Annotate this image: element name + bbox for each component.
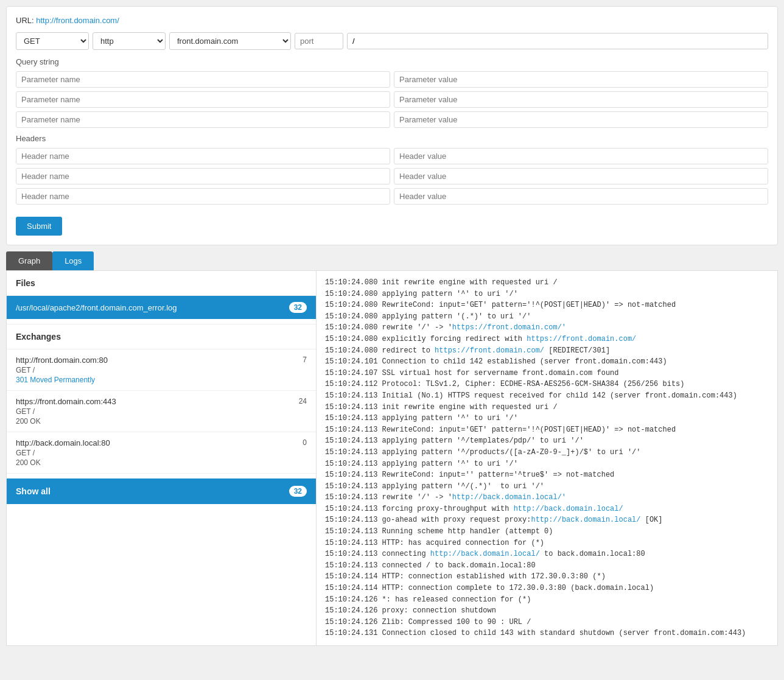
- log-line: 15:10:24.113 go-ahead with proxy request…: [325, 514, 769, 526]
- log-line: 15:10:24.113 connecting http://back.doma…: [325, 549, 769, 560]
- bottom-section: Files /usr/local/apache2/front.domain.co…: [6, 270, 778, 646]
- file-item[interactable]: /usr/local/apache2/front.domain.com_erro…: [7, 296, 316, 319]
- log-line: 15:10:24.080 redirect to https://front.d…: [325, 345, 769, 357]
- log-line: 15:10:24.113 applying pattern '^' to uri…: [325, 458, 769, 470]
- file-path: /usr/local/apache2/front.domain.com_erro…: [16, 303, 177, 312]
- log-line: 15:10:24.080 applying pattern '^' to uri…: [325, 289, 769, 300]
- log-line: 15:10:24.080 rewrite '/' -> 'https://fro…: [325, 322, 769, 334]
- left-panel: Files /usr/local/apache2/front.domain.co…: [6, 270, 317, 646]
- exchange-count: 24: [295, 397, 307, 405]
- port-input[interactable]: [295, 33, 343, 49]
- param1-value[interactable]: [394, 71, 768, 88]
- header3-name[interactable]: [16, 188, 390, 205]
- log-line: 15:10:24.113 RewriteCond: input='' patte…: [325, 469, 769, 481]
- log-line: 15:10:24.113 applying pattern '^/(.*)' t…: [325, 481, 769, 492]
- log-line: 15:10:24.113 Initial (No.1) HTTPS reques…: [325, 390, 769, 402]
- log-line: 15:10:24.080 explicitly forcing redirect…: [325, 334, 769, 345]
- headers-label: Headers: [16, 134, 768, 143]
- exchanges-header: Exchanges: [7, 324, 316, 349]
- log-line: 15:10:24.112 Protocol: TLSv1.2, Cipher: …: [325, 379, 769, 390]
- file-badge: 32: [289, 302, 307, 313]
- top-panel: URL: http://front.domain.com/ GET POST P…: [6, 6, 778, 245]
- tabs-row: Graph Logs: [6, 251, 778, 270]
- url-line: URL: http://front.domain.com/: [16, 16, 768, 25]
- host-select[interactable]: front.domain.com: [169, 32, 291, 50]
- exchange-item[interactable]: http://front.domain.com:80 GET / 301 Mov…: [7, 349, 316, 391]
- exchange-status: 301 Moved Permanently: [16, 376, 295, 384]
- header-row-1: [16, 148, 768, 164]
- log-line: 15:10:24.113 connected / to back.domain.…: [325, 560, 769, 572]
- files-header: Files: [7, 271, 316, 296]
- log-line: 15:10:24.080 applying pattern '(.*)' to …: [325, 311, 769, 323]
- url-value: http://front.domain.com/: [36, 16, 119, 25]
- exchange-status: 200 OK: [16, 417, 295, 426]
- exchange-url: http://front.domain.com:80: [16, 356, 295, 365]
- header2-name[interactable]: [16, 168, 390, 184]
- request-row: GET POST PUT DELETE HEAD http https fron…: [16, 32, 768, 50]
- log-line: 15:10:24.080 init rewrite engine with re…: [325, 277, 769, 289]
- log-line: 15:10:24.113 applying pattern '^/templat…: [325, 435, 769, 447]
- header-row-2: [16, 168, 768, 184]
- log-line: 15:10:24.101 Connection to child 142 est…: [325, 356, 769, 368]
- log-line: 15:10:24.113 init rewrite engine with re…: [325, 402, 769, 413]
- param3-value[interactable]: [394, 111, 768, 128]
- url-label: URL:: [16, 16, 34, 25]
- exchange-item[interactable]: https://front.domain.com:443 GET / 200 O…: [7, 391, 316, 432]
- log-line: 15:10:24.113 applying pattern '^/product…: [325, 447, 769, 458]
- protocol-select[interactable]: http https: [93, 32, 166, 50]
- header-row-3: [16, 188, 768, 205]
- log-line: 15:10:24.080 RewriteCond: input='GET' pa…: [325, 300, 769, 311]
- exchange-status: 200 OK: [16, 458, 295, 467]
- param-row-3: [16, 111, 768, 128]
- param2-value[interactable]: [394, 91, 768, 108]
- exchange-method: GET /: [16, 407, 295, 416]
- header1-value[interactable]: [394, 148, 768, 164]
- log-line: 15:10:24.113 RewriteCond: input='GET' pa…: [325, 424, 769, 436]
- exchange-method: GET /: [16, 449, 295, 457]
- show-all-label: Show all: [16, 486, 51, 496]
- param2-name[interactable]: [16, 91, 390, 108]
- method-select[interactable]: GET POST PUT DELETE HEAD: [16, 32, 89, 50]
- log-line: 15:10:24.126 proxy: connection shutdown: [325, 605, 769, 617]
- log-line: 15:10:24.126 *: has released connection …: [325, 594, 769, 606]
- main-container: URL: http://front.domain.com/ GET POST P…: [0, 0, 784, 652]
- log-line: 15:10:24.113 applying pattern '^' to uri…: [325, 413, 769, 424]
- exchanges-list: http://front.domain.com:80 GET / 301 Mov…: [7, 349, 316, 474]
- exchange-method: GET /: [16, 366, 295, 374]
- log-line: 15:10:24.113 HTTP: has acquired connecti…: [325, 538, 769, 549]
- log-line: 15:10:24.114 HTTP: connection complete t…: [325, 583, 769, 594]
- exchange-url: https://front.domain.com:443: [16, 397, 295, 406]
- header2-value[interactable]: [394, 168, 768, 184]
- param3-name[interactable]: [16, 111, 390, 128]
- exchange-count: 7: [295, 356, 307, 364]
- show-all-button[interactable]: Show all 32: [7, 478, 316, 504]
- tab-graph[interactable]: Graph: [6, 251, 52, 270]
- header3-value[interactable]: [394, 188, 768, 205]
- param-row-1: [16, 71, 768, 88]
- tab-logs[interactable]: Logs: [52, 251, 94, 270]
- log-line: 15:10:24.113 rewrite '/' -> 'http://back…: [325, 492, 769, 503]
- log-panel: 15:10:24.080 init rewrite engine with re…: [317, 270, 778, 646]
- headers-section: Headers: [16, 134, 768, 205]
- header1-name[interactable]: [16, 148, 390, 164]
- log-line: 15:10:24.113 forcing proxy-throughput wi…: [325, 503, 769, 515]
- path-input[interactable]: [347, 33, 768, 49]
- exchange-count: 0: [295, 438, 307, 447]
- param1-name[interactable]: [16, 71, 390, 88]
- query-string-label: Query string: [16, 57, 768, 66]
- exchange-item[interactable]: http://back.domain.local:80 GET / 200 OK…: [7, 432, 316, 474]
- show-all-badge: 32: [289, 486, 307, 497]
- log-line: 15:10:24.131 Connection closed to child …: [325, 628, 769, 639]
- exchange-url: http://back.domain.local:80: [16, 438, 295, 447]
- log-line: 15:10:24.114 HTTP: connection establishe…: [325, 571, 769, 583]
- log-line: 15:10:24.107 SSL virtual host for server…: [325, 368, 769, 379]
- param-row-2: [16, 91, 768, 108]
- log-line: 15:10:24.126 Zlib: Compressed 100 to 90 …: [325, 617, 769, 628]
- submit-button[interactable]: Submit: [16, 217, 62, 236]
- log-line: 15:10:24.113 Running scheme http handler…: [325, 526, 769, 538]
